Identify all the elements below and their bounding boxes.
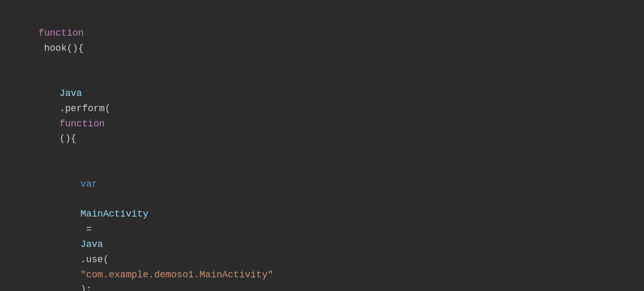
code-text: (){ <box>59 133 76 144</box>
keyword-function-2: function <box>59 118 104 129</box>
code-text: ); <box>80 284 92 291</box>
code-obj: Java <box>59 88 82 99</box>
code-text: .use( <box>80 254 109 265</box>
code-line-2: Java .perform( function (){ <box>16 71 628 161</box>
code-text: = <box>80 224 97 234</box>
code-line-3: var MainActivity = Java .use( "com.examp… <box>16 161 628 291</box>
keyword-var: var <box>80 179 97 189</box>
code-var-mainactivity: MainActivity <box>80 209 149 219</box>
code-block: function hook(){ Java .perform( function… <box>0 0 644 291</box>
code-text <box>80 194 86 204</box>
code-text: hook(){ <box>38 43 83 53</box>
code-line-1: function hook(){ <box>16 10 628 71</box>
code-text: .perform( <box>59 103 110 114</box>
code-string: "com.example.demoso1.MainActivity" <box>80 270 273 280</box>
code-obj-java: Java <box>80 239 103 250</box>
keyword-function: function <box>38 28 83 38</box>
